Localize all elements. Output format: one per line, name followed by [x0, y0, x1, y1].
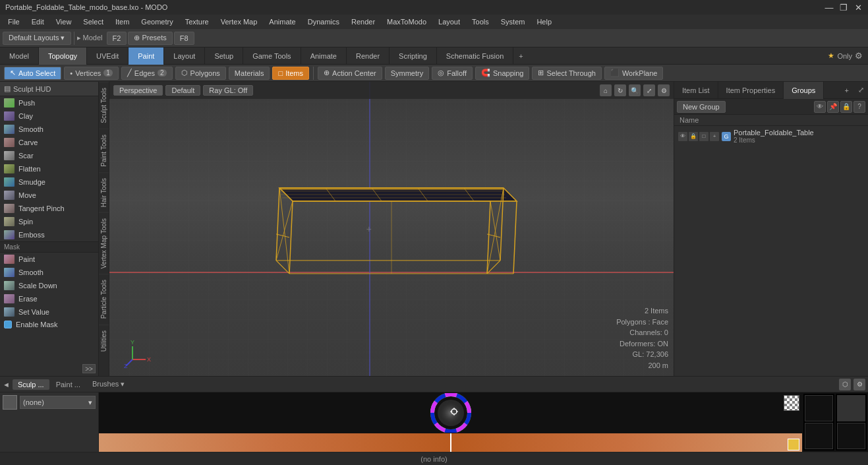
close-button[interactable]: ✕ — [854, 3, 863, 12]
select-through-button[interactable]: ⊞ Select Through — [532, 67, 601, 80]
tab-render[interactable]: Render — [347, 47, 390, 65]
tab-sculpt-bottom[interactable]: Sculp ... — [13, 379, 49, 390]
menu-file[interactable]: File — [3, 16, 25, 27]
group-render-icon[interactable]: □ — [699, 132, 709, 141]
tab-item-properties[interactable]: Item Properties — [718, 82, 784, 99]
mask-paint[interactable]: Paint — [0, 253, 98, 266]
tab-topology[interactable]: Topology — [39, 47, 87, 65]
tab-paint-bottom[interactable]: Paint ... — [51, 379, 86, 390]
tab-model[interactable]: Model — [0, 47, 39, 65]
f2-button[interactable]: F2 — [107, 32, 127, 45]
workplane-button[interactable]: ⬛ WorkPlane — [604, 67, 664, 80]
side-tab-hair[interactable]: Hair Tools — [99, 172, 109, 212]
viewport-3d[interactable]: Perspective Default Ray GL: Off ⌂ ↻ 🔍 ⤢ … — [109, 82, 674, 376]
color-gradient-bar[interactable] — [99, 433, 802, 452]
settings-bottom-icon[interactable]: ⚙ — [854, 379, 865, 390]
tool-flatten[interactable]: Flatten — [0, 162, 98, 175]
group-eye-icon[interactable]: 👁 — [678, 132, 687, 141]
menu-select[interactable]: Select — [78, 16, 109, 27]
thumb-2[interactable] — [805, 423, 833, 449]
help-icon[interactable]: ? — [854, 101, 865, 113]
settings-icon[interactable]: ⚙ — [855, 51, 863, 61]
ray-gl-button[interactable]: Ray GL: Off — [203, 85, 253, 96]
tool-scar[interactable]: Scar — [0, 149, 98, 162]
material-dropdown[interactable]: (none) ▾ — [20, 396, 96, 409]
mask-erase[interactable]: Erase — [0, 292, 98, 305]
current-color-swatch[interactable] — [788, 439, 799, 450]
edges-button[interactable]: ╱ Edges 2 — [121, 67, 173, 80]
tab-setup[interactable]: Setup — [205, 47, 243, 65]
minimize-button[interactable]: — — [825, 3, 834, 12]
side-tab-sculpt[interactable]: Sculpt Tools — [99, 82, 109, 129]
side-tab-vertex[interactable]: Vertex Map Tools — [99, 212, 109, 274]
tool-clay[interactable]: Clay — [0, 109, 98, 123]
eye-icon[interactable]: 👁 — [814, 101, 826, 113]
settings-vp-icon[interactable]: ⚙ — [658, 84, 670, 96]
zoom-icon[interactable]: 🔍 — [629, 84, 641, 96]
add-tab-button[interactable]: + — [513, 49, 528, 63]
tool-emboss[interactable]: Emboss — [0, 228, 98, 241]
bottom-nav-back[interactable]: ◄ — [3, 381, 10, 388]
tab-groups[interactable]: Groups — [784, 82, 824, 99]
menu-view[interactable]: View — [51, 16, 77, 27]
presets-button[interactable]: ⊕ Presets — [128, 32, 172, 45]
tab-scripting[interactable]: Scripting — [390, 47, 437, 65]
mask-smooth[interactable]: Smooth — [0, 266, 98, 279]
tab-layout[interactable]: Layout — [164, 47, 205, 65]
thumb-1[interactable] — [805, 395, 833, 421]
tab-animate[interactable]: Animate — [301, 47, 347, 65]
tool-spin[interactable]: Spin — [0, 215, 98, 228]
menu-vertex-map[interactable]: Vertex Map — [216, 16, 263, 27]
side-tab-paint[interactable]: Paint Tools — [99, 129, 109, 172]
tab-paint[interactable]: Paint — [129, 47, 164, 65]
tab-item-list[interactable]: Item List — [674, 82, 718, 99]
vertices-button[interactable]: • Vertices 1 — [64, 67, 119, 80]
default-shading-button[interactable]: Default — [165, 85, 200, 96]
action-center-button[interactable]: ⊕ Action Center — [318, 67, 382, 80]
menu-help[interactable]: Help — [531, 16, 557, 27]
side-tab-utilities[interactable]: Utilities — [99, 325, 109, 357]
symmetry-button[interactable]: Symmetry — [385, 67, 430, 80]
tool-push[interactable]: Push — [0, 96, 98, 109]
group-plus-icon[interactable]: + — [710, 132, 719, 141]
expand-bottom-icon[interactable]: ⬡ — [839, 379, 851, 390]
enable-mask-checkbox[interactable] — [4, 321, 12, 328]
new-group-button[interactable]: New Group — [677, 101, 726, 113]
mask-set-value[interactable]: Set Value — [0, 305, 98, 319]
tool-move[interactable]: Move — [0, 189, 98, 202]
fullscreen-icon[interactable]: ⤢ — [643, 84, 655, 96]
thumb-4[interactable] — [837, 423, 865, 449]
menu-item[interactable]: Item — [110, 16, 134, 27]
collapse-button[interactable]: >> — [82, 364, 96, 373]
perspective-button[interactable]: Perspective — [113, 85, 163, 96]
tool-carve[interactable]: Carve — [0, 136, 98, 149]
falloff-button[interactable]: ◎ Falloff — [432, 67, 473, 80]
tool-smudge[interactable]: Smudge — [0, 175, 98, 189]
menu-maxtomodo[interactable]: MaxToModo — [382, 16, 432, 27]
thumb-3[interactable] — [837, 395, 865, 421]
snapping-button[interactable]: 🧲 Snapping — [475, 67, 530, 80]
pin-icon[interactable]: 📌 — [827, 101, 839, 113]
tab-game-tools[interactable]: Game Tools — [243, 47, 301, 65]
expand-panel-button[interactable]: ⤢ — [854, 83, 868, 97]
rotate-icon[interactable]: ↻ — [614, 84, 626, 96]
menu-dynamics[interactable]: Dynamics — [303, 16, 345, 27]
maximize-button[interactable]: ❐ — [839, 3, 848, 12]
tab-brushes-bottom[interactable]: Brushes ▾ — [87, 379, 130, 390]
menu-layout[interactable]: Layout — [433, 16, 465, 27]
group-item[interactable]: 👁 🔒 □ + G Portable_Foldable_Table 2 Item… — [674, 126, 868, 146]
enable-mask-item[interactable]: Enable Mask — [0, 319, 98, 330]
side-tab-particle[interactable]: Particle Tools — [99, 274, 109, 324]
auto-select-button[interactable]: ↖ Auto Select — [4, 67, 61, 80]
materials-button[interactable]: Materials — [229, 67, 270, 80]
tab-uvedit[interactable]: UVEdit — [87, 47, 129, 65]
menu-system[interactable]: System — [496, 16, 531, 27]
menu-tools[interactable]: Tools — [467, 16, 494, 27]
menu-animate[interactable]: Animate — [264, 16, 301, 27]
polygons-button[interactable]: ⬡ Polygons — [175, 67, 226, 80]
home-icon[interactable]: ⌂ — [600, 84, 612, 96]
material-swatch[interactable] — [3, 395, 17, 410]
menu-render[interactable]: Render — [346, 16, 380, 27]
menu-texture[interactable]: Texture — [180, 16, 214, 27]
color-wheel[interactable] — [99, 392, 802, 433]
